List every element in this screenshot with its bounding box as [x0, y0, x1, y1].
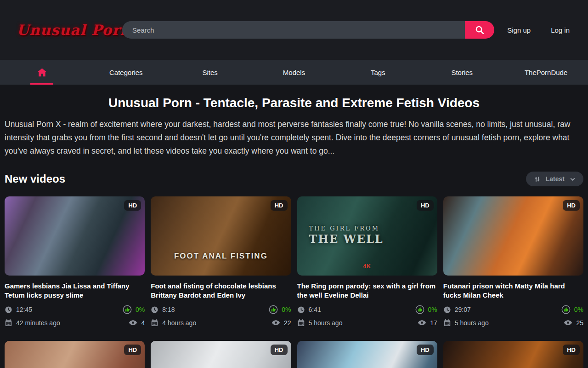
video-title[interactable]: Foot anal fisting of chocolate lesbians …	[151, 282, 291, 300]
clock-icon	[5, 306, 12, 314]
section-header: New videos Latest	[5, 172, 583, 186]
video-thumbnail[interactable]: HD	[443, 341, 583, 368]
video-title[interactable]: Gamers lesbians Jia Lissa and Tiffany Te…	[5, 282, 145, 300]
video-thumbnail[interactable]: HD	[151, 341, 291, 368]
poster-line-2: THE WELL	[309, 232, 384, 246]
video-thumbnail[interactable]: HD	[297, 341, 437, 368]
chevron-down-icon	[570, 176, 576, 182]
eye-icon	[564, 318, 572, 327]
nav-item-tags[interactable]: Tags	[336, 60, 420, 85]
eye-icon	[129, 318, 137, 327]
video-duration: 8:18	[162, 306, 175, 313]
thumbs-up-icon[interactable]	[269, 305, 278, 314]
nav-item-theporndude[interactable]: ThePornDude	[504, 60, 588, 85]
video-card: HD FOOT ANAL FISTING Foot anal fisting o…	[151, 196, 291, 327]
nav-item-home[interactable]	[0, 60, 84, 85]
clock-icon	[443, 306, 451, 314]
nav-item-categories[interactable]: Categories	[84, 60, 168, 85]
search-button[interactable]	[465, 21, 494, 39]
hd-badge: HD	[417, 200, 434, 211]
section-title: New videos	[5, 172, 65, 185]
search-bar	[122, 21, 494, 39]
hd-badge: HD	[124, 345, 141, 355]
video-views: 17	[430, 319, 437, 327]
video-duration: 29:07	[455, 306, 471, 313]
thumbs-up-icon[interactable]	[123, 305, 132, 314]
clock-icon	[151, 306, 158, 314]
video-thumbnail[interactable]: HD	[5, 341, 145, 368]
calendar-icon	[5, 319, 12, 327]
nav-item-sites[interactable]: Sites	[168, 60, 252, 85]
nav-item-stories[interactable]: Stories	[420, 60, 504, 85]
video-rating: 0%	[136, 306, 145, 313]
video-thumbnail[interactable]: HD THE GIRL FROM THE WELL 4K	[297, 196, 437, 276]
video-thumbnail[interactable]: HD	[443, 196, 583, 276]
video-meta: 6:41 0% 5 hours ago 17	[297, 305, 437, 327]
calendar-icon	[297, 319, 305, 327]
video-age: 5 hours ago	[309, 319, 343, 327]
video-card: HD THE GIRL FROM THE WELL 4K The Ring po…	[297, 196, 437, 327]
thumbnail-caption: FOOT ANAL FISTING	[151, 252, 291, 261]
thumbnail-poster-text: THE GIRL FROM THE WELL	[309, 224, 384, 246]
home-icon	[36, 67, 48, 78]
video-duration: 12:45	[16, 306, 32, 313]
signup-link[interactable]: Sign up	[507, 26, 531, 34]
main-nav: Categories Sites Models Tags Stories The…	[0, 60, 588, 85]
video-meta: 29:07 0% 5 hours ago 25	[443, 305, 583, 327]
eye-icon	[418, 318, 426, 327]
video-card: HD	[297, 341, 437, 368]
hd-badge: HD	[563, 200, 580, 211]
poster-4k-tag: 4K	[297, 263, 437, 270]
sort-icon	[534, 176, 541, 183]
sort-selected-label: Latest	[546, 175, 565, 183]
site-logo-text: Unusual Porn	[17, 23, 104, 37]
site-logo[interactable]: Unusual Porn	[17, 23, 104, 37]
login-link[interactable]: Log in	[551, 26, 570, 34]
clock-icon	[297, 306, 305, 314]
video-duration: 6:41	[309, 306, 321, 313]
hd-badge: HD	[563, 345, 580, 355]
video-thumbnail[interactable]: HD	[5, 196, 145, 276]
video-age: 42 minutes ago	[16, 319, 60, 327]
page-description: Unusual Porn X - realm of excitement whe…	[5, 118, 583, 158]
video-rating: 0%	[428, 306, 437, 313]
calendar-icon	[151, 319, 158, 327]
eye-icon	[271, 318, 280, 327]
hd-badge: HD	[271, 345, 288, 355]
poster-line-1: THE GIRL FROM	[309, 225, 379, 232]
video-grid: HD Gamers lesbians Jia Lissa and Tiffany…	[0, 196, 588, 368]
video-views: 4	[141, 319, 145, 327]
video-card: HD Futanari prison witch Matty Mila hard…	[443, 196, 583, 327]
thumbs-up-icon[interactable]	[415, 305, 424, 314]
search-input[interactable]	[122, 21, 465, 39]
main-content: Unusual Porn - Tentacle, Parasite and Ex…	[0, 96, 588, 368]
video-card: HD Gamers lesbians Jia Lissa and Tiffany…	[5, 196, 145, 327]
hd-badge: HD	[124, 200, 141, 211]
video-age: 5 hours ago	[455, 319, 489, 327]
page-title: Unusual Porn - Tentacle, Parasite and Ex…	[5, 96, 583, 110]
calendar-icon	[443, 319, 451, 327]
search-icon	[475, 25, 485, 35]
video-rating: 0%	[282, 306, 291, 313]
video-age: 4 hours ago	[162, 319, 196, 327]
hd-badge: HD	[271, 200, 288, 211]
video-card: HD	[443, 341, 583, 368]
site-header: Unusual Porn Sign up Log in	[0, 0, 588, 60]
video-meta: 12:45 0% 42 minutes ago 4	[5, 305, 145, 327]
hd-badge: HD	[417, 345, 434, 355]
video-title[interactable]: The Ring porn parody: sex with a girl fr…	[297, 282, 437, 300]
video-title[interactable]: Futanari prison witch Matty Mila hard fu…	[443, 282, 583, 300]
nav-item-models[interactable]: Models	[252, 60, 336, 85]
video-views: 22	[284, 319, 291, 327]
video-card: HD	[151, 341, 291, 368]
video-thumbnail[interactable]: HD FOOT ANAL FISTING	[151, 196, 291, 276]
auth-links: Sign up Log in	[507, 26, 571, 34]
video-card: HD	[5, 341, 145, 368]
thumbs-up-icon[interactable]	[561, 305, 571, 314]
video-meta: 8:18 0% 4 hours ago 22	[151, 305, 291, 327]
sort-dropdown[interactable]: Latest	[526, 172, 583, 186]
video-views: 25	[576, 319, 583, 327]
video-rating: 0%	[574, 306, 583, 313]
